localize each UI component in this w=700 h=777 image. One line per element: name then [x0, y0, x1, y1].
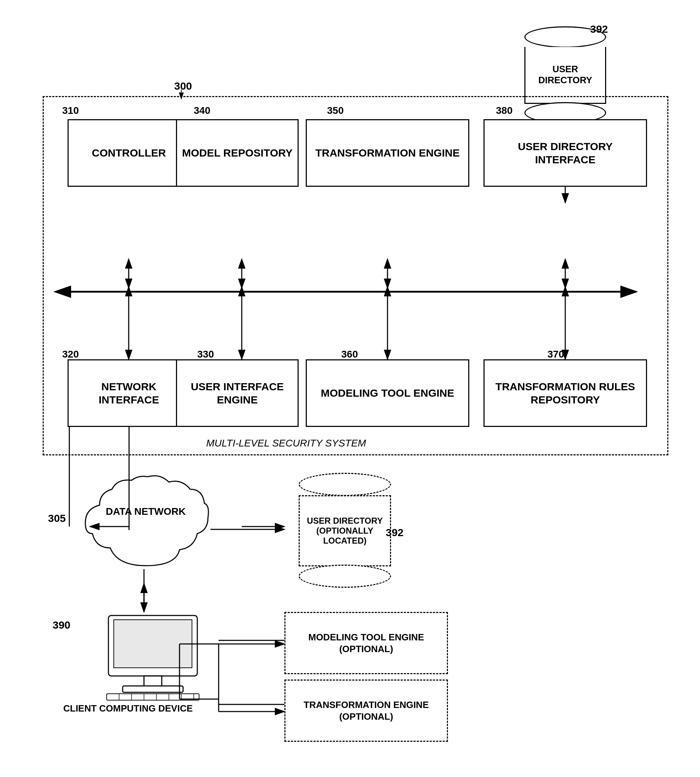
mlss-label: MULTI-LEVEL SECURITY SYSTEM: [206, 438, 366, 449]
label-390: 390: [53, 619, 70, 631]
transformation-engine-label: TRANSFORMATION ENGINE: [315, 146, 460, 160]
transformation-engine-box: TRANSFORMATION ENGINE: [306, 119, 469, 187]
client-computing-label: CLIENT COMPUTING DEVICE: [62, 703, 194, 715]
user-directory-interface-label: USER DIRECTORY INTERFACE: [488, 140, 642, 167]
modeling-tool-engine-label: MODELING TOOL ENGINE: [321, 386, 454, 400]
user-directory-optional-label: USER DIRECTORY (OPTIONALLY LOCATED): [305, 516, 385, 546]
controller-box: CONTROLLER: [68, 119, 190, 187]
diagram-container: USER DIRECTORY 392 300 MULTI-LEVEL SECUR…: [0, 0, 700, 777]
transformation-rules-repository-label: TRANSFORMATION RULES REPOSITORY: [488, 380, 642, 407]
controller-label: CONTROLLER: [92, 146, 166, 160]
transformation-rules-repository-box: TRANSFORMATION RULES REPOSITORY: [483, 359, 647, 427]
label-330: 330: [197, 349, 214, 360]
label-370: 370: [547, 349, 564, 360]
network-interface-label: NETWORK INTERFACE: [72, 380, 185, 407]
label-350: 350: [327, 105, 344, 116]
user-directory-label: USER DIRECTORY: [529, 63, 602, 86]
transformation-optional-label: TRANSFORMATION ENGINE (OPTIONAL): [289, 699, 443, 722]
model-repository-label: MODEL REPOSITORY: [182, 146, 293, 160]
user-directory-interface-box: USER DIRECTORY INTERFACE: [483, 119, 647, 187]
label-340: 340: [194, 105, 210, 116]
svg-rect-22: [144, 676, 162, 687]
modeling-tool-optional-box: MODELING TOOL ENGINE (OPTIONAL): [284, 612, 448, 674]
label-380: 380: [496, 105, 513, 116]
modeling-tool-optional-label: MODELING TOOL ENGINE (OPTIONAL): [289, 632, 443, 655]
model-repository-box: MODEL REPOSITORY: [176, 119, 298, 187]
user-interface-engine-label: USER INTERFACE ENGINE: [181, 380, 294, 407]
label-360: 360: [341, 349, 358, 360]
label-392-top: 392: [590, 23, 608, 35]
user-interface-engine-box: USER INTERFACE ENGINE: [176, 359, 298, 427]
label-320: 320: [62, 349, 79, 360]
data-network-label: DATA NETWORK: [106, 506, 186, 517]
svg-rect-24: [107, 694, 199, 700]
modeling-tool-engine-box: MODELING TOOL ENGINE: [306, 359, 469, 427]
label-392-mid: 392: [386, 526, 403, 539]
svg-rect-23: [123, 686, 183, 692]
svg-rect-21: [114, 620, 192, 668]
data-network-cloud: DATA NETWORK: [82, 473, 210, 580]
label-300: 300: [174, 80, 192, 92]
network-interface-box: NETWORK INTERFACE: [68, 359, 190, 427]
label-305: 305: [48, 512, 66, 525]
client-computer-icon: [87, 612, 218, 701]
label-310: 310: [62, 105, 79, 116]
transformation-optional-box: TRANSFORMATION ENGINE (OPTIONAL): [284, 680, 448, 742]
